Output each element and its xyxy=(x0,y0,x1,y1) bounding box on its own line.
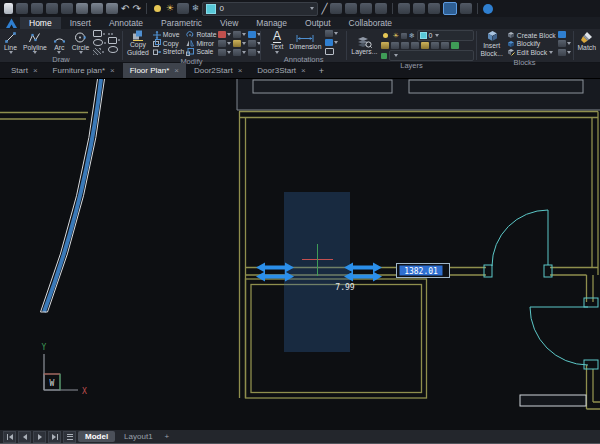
tab-view[interactable]: View xyxy=(211,17,247,29)
layout1-tab[interactable]: Layout1 xyxy=(117,431,159,442)
door-swing-1[interactable] xyxy=(492,210,548,266)
layer-on-bulb-icon[interactable] xyxy=(154,5,161,12)
image-panel-icon[interactable] xyxy=(460,3,472,14)
align-icon[interactable] xyxy=(248,49,256,56)
dimension-button[interactable]: Dimension xyxy=(287,34,323,51)
layer-previous-icon[interactable] xyxy=(381,53,387,59)
doc-tab-start[interactable]: Start × xyxy=(4,63,45,78)
rotate-button[interactable]: Rotate xyxy=(186,31,216,39)
hatch-icon[interactable] xyxy=(93,48,101,55)
delete-icon[interactable] xyxy=(218,31,226,38)
curved-wall[interactable] xyxy=(41,79,105,312)
layer-lock-icon[interactable] xyxy=(401,33,407,39)
copy-button[interactable]: Copy xyxy=(153,40,185,48)
new-file-icon[interactable] xyxy=(4,3,13,14)
layer-isolate-icon[interactable] xyxy=(391,42,399,49)
tab-manage[interactable]: Manage xyxy=(247,17,296,29)
doc-tab-door3start[interactable]: Door3Start × xyxy=(250,63,312,78)
layer-unisolate-icon[interactable] xyxy=(401,42,409,49)
layer-lock-icon[interactable] xyxy=(177,3,189,14)
polyline-button[interactable]: Polyline xyxy=(21,31,49,55)
wall-left-stub[interactable] xyxy=(0,113,88,120)
line-button[interactable]: Line xyxy=(2,31,19,55)
leader-icon[interactable] xyxy=(325,30,333,37)
explode-icon[interactable] xyxy=(233,31,241,38)
layer-freeze-tool-icon[interactable] xyxy=(421,42,429,49)
dim-edit-box[interactable]: 1382.01 xyxy=(397,264,450,278)
tab-home[interactable]: Home xyxy=(20,17,61,29)
edit-block-button[interactable]: Edit Block xyxy=(507,49,556,57)
drawing-canvas[interactable]: 1382.01 7.99 Y X W xyxy=(0,79,600,430)
active-view-panel-icon[interactable] xyxy=(443,2,457,15)
copy-guided-button[interactable]: Copy Guided xyxy=(125,30,151,57)
table-rect[interactable] xyxy=(520,395,586,406)
mirror-button[interactable]: Mirror xyxy=(186,40,216,48)
break-icon[interactable] xyxy=(248,40,256,47)
open-file-icon[interactable] xyxy=(16,3,28,14)
create-block-button[interactable]: Create Block xyxy=(507,32,556,40)
layer-select-combobox[interactable]: 0 xyxy=(417,30,474,41)
trim-icon[interactable] xyxy=(218,49,226,56)
panel-toggle-icon[interactable] xyxy=(398,3,410,14)
layer-match-icon[interactable] xyxy=(441,42,449,49)
doc-tab-door2start[interactable]: Door2Start × xyxy=(187,63,249,78)
close-icon[interactable]: × xyxy=(301,66,306,75)
circle-button[interactable]: Circle xyxy=(70,31,91,55)
wall-right-lower[interactable] xyxy=(587,365,594,409)
text-style-icon[interactable] xyxy=(325,39,333,46)
doc-tab-floor-plan[interactable]: Floor Plan* × xyxy=(123,63,186,78)
wall-top[interactable] xyxy=(239,112,598,118)
layer-freeze-icon[interactable]: ❄ xyxy=(192,3,200,14)
pen-tool-icon[interactable]: ╱ xyxy=(321,3,327,14)
table-icon[interactable] xyxy=(325,48,334,55)
polygon-icon[interactable] xyxy=(108,46,118,53)
layer-state-icon[interactable] xyxy=(381,42,389,49)
block-explode-icon[interactable] xyxy=(558,49,566,56)
rectangle-icon[interactable] xyxy=(93,30,102,37)
ortho-settings-icon[interactable] xyxy=(360,3,372,14)
insert-block-button[interactable]: Insert Block... xyxy=(479,30,505,58)
undo-icon[interactable]: ↶ xyxy=(121,3,129,14)
region-icon[interactable] xyxy=(108,37,117,44)
edit-pencil-icon[interactable] xyxy=(413,3,425,14)
redo-icon[interactable]: ↷ xyxy=(132,3,140,14)
layer-on-icon[interactable] xyxy=(383,33,388,38)
close-icon[interactable]: × xyxy=(110,66,115,75)
layer-thaw-sun-icon[interactable]: ☀ xyxy=(166,3,174,14)
layer-lock-tool-icon[interactable] xyxy=(431,42,439,49)
layer-off-icon[interactable] xyxy=(411,42,419,49)
current-layer-combobox[interactable]: 0 xyxy=(202,2,318,16)
arc-button[interactable]: Arc xyxy=(51,31,68,55)
tab-output[interactable]: Output xyxy=(296,17,340,29)
wall-left[interactable] xyxy=(240,112,246,399)
block-attribute-icon[interactable] xyxy=(558,31,566,38)
publish-icon[interactable] xyxy=(106,3,118,14)
import-icon[interactable] xyxy=(61,3,73,14)
wall-bottom-right-stub[interactable] xyxy=(587,402,600,409)
tab-parametric[interactable]: Parametric xyxy=(152,17,211,29)
tab-annotate[interactable]: Annotate xyxy=(100,17,152,29)
tab-insert[interactable]: Insert xyxy=(61,17,100,29)
save-as-icon[interactable] xyxy=(46,3,58,14)
lengthen-icon[interactable] xyxy=(233,49,241,56)
ellipse-icon[interactable] xyxy=(93,39,103,46)
next-layout-button[interactable] xyxy=(33,431,46,443)
match-properties-button[interactable]: Match xyxy=(575,31,598,52)
prev-layout-button[interactable] xyxy=(18,431,31,443)
layout-menu-button[interactable] xyxy=(63,431,76,443)
help-info-icon[interactable] xyxy=(483,4,493,14)
layer-freeze-icon[interactable]: ❄ xyxy=(409,32,415,39)
new-layout-button[interactable]: + xyxy=(162,431,173,442)
blockify-button[interactable]: Blockify xyxy=(507,40,556,48)
print-icon[interactable] xyxy=(76,3,88,14)
grid-settings-icon[interactable] xyxy=(345,3,357,14)
polar-settings-icon[interactable] xyxy=(375,3,387,14)
layer-thaw-icon[interactable]: ☀ xyxy=(392,32,398,39)
close-icon[interactable]: × xyxy=(174,66,179,75)
tab-collaborate[interactable]: Collaborate xyxy=(340,17,401,29)
wall-right-upper[interactable] xyxy=(592,112,598,276)
snap-settings-icon[interactable] xyxy=(330,3,342,14)
new-document-tab-button[interactable]: + xyxy=(314,63,329,78)
move-button[interactable]: Move xyxy=(153,31,185,39)
layers-manager-button[interactable]: Layers... xyxy=(349,36,379,56)
